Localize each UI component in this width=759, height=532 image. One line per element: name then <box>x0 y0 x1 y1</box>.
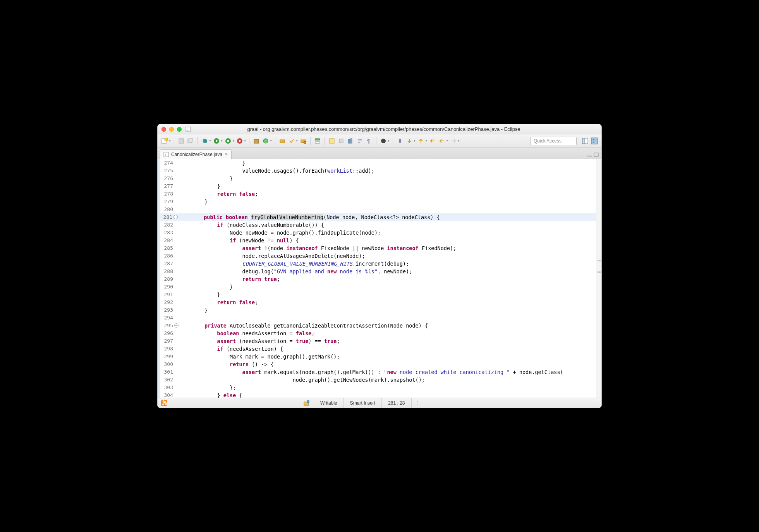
debug-icon[interactable] <box>201 137 209 145</box>
svg-text:C: C <box>264 139 267 143</box>
code-line[interactable]: 292 return false; <box>158 299 596 306</box>
code-line[interactable]: 290 } <box>158 283 596 291</box>
svg-rect-23 <box>315 142 320 143</box>
line-number: 291 <box>158 291 179 299</box>
nav-down-icon[interactable] <box>405 137 413 145</box>
line-number: 290 <box>158 283 179 291</box>
coverage-icon[interactable] <box>224 137 232 145</box>
code-line[interactable]: 276 } <box>158 175 596 182</box>
forward-icon[interactable] <box>450 137 457 145</box>
mark-occurrences-icon[interactable] <box>328 137 336 145</box>
code-line[interactable]: 287 COUNTER_GLOBAL_VALUE_NUMBERING_HITS.… <box>158 260 596 268</box>
code-line[interactable]: 294 <box>158 314 596 322</box>
code-line[interactable]: 274 } <box>158 159 596 167</box>
new-icon[interactable] <box>161 137 168 145</box>
code-line[interactable]: 291 } <box>158 291 596 299</box>
status-overflow-icon[interactable]: ⋮ <box>412 400 423 406</box>
close-window-button[interactable] <box>161 127 166 132</box>
code-line[interactable]: 281– public boolean tryGlobalValueNumber… <box>158 213 596 221</box>
code-line[interactable]: 279 } <box>158 198 596 206</box>
minimize-view-icon[interactable] <box>587 153 592 157</box>
run-icon[interactable] <box>213 137 220 145</box>
svg-rect-25 <box>339 139 343 143</box>
code-line[interactable]: 289 return true; <box>158 275 596 283</box>
save-icon[interactable] <box>177 137 185 145</box>
open-perspective-icon[interactable] <box>581 137 589 145</box>
svg-point-3 <box>165 138 168 141</box>
code-line[interactable]: 295– private AutoCloseable getCanonicali… <box>158 322 596 329</box>
line-number: 285 <box>158 244 179 252</box>
code-text: } <box>179 175 233 182</box>
back-icon[interactable] <box>438 137 446 145</box>
pin-icon[interactable] <box>396 137 404 145</box>
code-line[interactable]: 275 valueNode.usages().forEach(workList:… <box>158 167 596 175</box>
code-editor[interactable]: 274 }275 valueNode.usages().forEach(work… <box>158 159 601 398</box>
word-wrap-icon[interactable] <box>356 137 364 145</box>
code-line[interactable]: 285 assert !(node instanceof FixedNode |… <box>158 244 596 252</box>
line-number: 282 <box>158 221 179 229</box>
go-to-last-edit-icon[interactable]: * <box>429 137 436 145</box>
code-line[interactable]: 288 debug.log("GVN applied and new node … <box>158 268 596 275</box>
svg-rect-6 <box>189 138 193 142</box>
svg-point-43 <box>162 403 164 405</box>
toggle-breadcrumb-icon[interactable] <box>314 137 321 145</box>
code-text: if (needsAssertion) { <box>179 345 283 353</box>
editor-tabbar: J CanonicalizerPhase.java ✕ <box>158 148 601 159</box>
code-line[interactable]: 299 Mark mark = node.graph().getMark(); <box>158 353 596 360</box>
code-text: node.replaceAtUsagesAndDelete(newNode); <box>179 252 365 260</box>
quick-access-placeholder: Quick Access <box>534 138 562 144</box>
code-text: return false; <box>179 190 258 198</box>
line-number: 279 <box>158 198 179 206</box>
code-line[interactable]: 303 }; <box>158 384 596 391</box>
code-line[interactable]: 286 node.replaceAtUsagesAndDelete(newNod… <box>158 252 596 260</box>
fold-toggle-icon[interactable]: – <box>174 323 179 328</box>
code-line[interactable]: 301 assert mark.equals(node.graph().getM… <box>158 368 596 376</box>
code-line[interactable]: 280 <box>158 206 596 213</box>
new-class-icon[interactable]: C <box>262 137 270 145</box>
search-icon[interactable] <box>299 137 307 145</box>
code-text: node.graph().getNewNodes(mark).snapshot(… <box>179 376 425 384</box>
code-line[interactable]: 298 if (needsAssertion) { <box>158 345 596 353</box>
status-insert-mode: Smart Insert <box>344 398 382 408</box>
code-line[interactable]: 284 if (newNode != null) { <box>158 237 596 244</box>
rss-icon[interactable] <box>160 399 168 407</box>
editor-tab[interactable]: J CanonicalizerPhase.java ✕ <box>160 149 232 159</box>
java-perspective-icon[interactable]: J <box>591 137 598 145</box>
new-package-icon[interactable] <box>252 137 260 145</box>
code-line[interactable]: 277 } <box>158 182 596 190</box>
line-number: 281– <box>158 213 179 221</box>
code-line[interactable]: 296 boolean needsAssertion = false; <box>158 329 596 337</box>
code-line[interactable]: 293 } <box>158 306 596 314</box>
code-line[interactable]: 300 return () -> { <box>158 360 596 368</box>
paragraph-icon[interactable]: ¶ <box>365 137 373 145</box>
code-line[interactable]: 304 } else { <box>158 391 596 398</box>
code-line[interactable]: 283 Node newNode = node.graph().findDupl… <box>158 229 596 237</box>
window-title: graal - org.graalvm.compiler.phases.comm… <box>170 126 598 132</box>
code-line[interactable]: 302 node.graph().getNewNodes(mark).snaps… <box>158 376 596 384</box>
status-cursor-position: 281 : 28 <box>382 398 411 408</box>
line-number: 304 <box>158 391 179 398</box>
open-task-icon[interactable] <box>288 137 295 145</box>
open-type-icon[interactable] <box>278 137 286 145</box>
overview-ruler[interactable] <box>596 159 601 398</box>
code-line[interactable]: 297 assert (needsAssertion = true) == tr… <box>158 337 596 345</box>
build-icon[interactable] <box>302 399 310 407</box>
annotations-icon[interactable] <box>380 137 387 145</box>
fold-toggle-icon[interactable]: – <box>173 215 178 219</box>
line-number: 286 <box>158 252 179 260</box>
run-last-icon[interactable] <box>236 137 244 145</box>
save-all-icon[interactable] <box>187 137 194 145</box>
code-line[interactable]: 282 if (nodeClass.valueNumberable()) { <box>158 221 596 229</box>
show-whitespace-icon[interactable] <box>347 137 354 145</box>
line-number: 298 <box>158 345 179 353</box>
svg-rect-27 <box>350 139 352 143</box>
maximize-view-icon[interactable] <box>594 153 599 157</box>
quick-access-input[interactable]: Quick Access <box>530 137 577 145</box>
nav-up-icon[interactable] <box>417 137 425 145</box>
code-line[interactable]: 278 return false; <box>158 190 596 198</box>
close-tab-icon[interactable]: ✕ <box>225 152 228 157</box>
code-text: if (newNode != null) { <box>179 237 299 244</box>
svg-rect-26 <box>348 139 350 143</box>
line-number: 297 <box>158 337 179 345</box>
block-selection-icon[interactable] <box>337 137 345 145</box>
